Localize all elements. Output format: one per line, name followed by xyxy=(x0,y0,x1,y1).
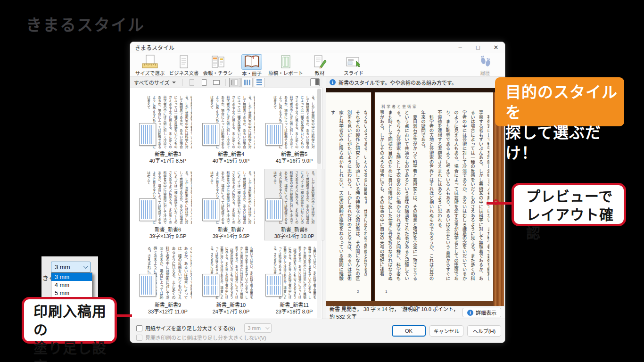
option-4mm[interactable]: 4 mm xyxy=(51,281,92,289)
style-item-shinsho8-selected[interactable]: 芸術家にして科学を理解し愛好する人も無いではない。また科学者で芸術を鑑賞し享楽す… xyxy=(264,169,324,240)
close-button[interactable]: ✕ xyxy=(487,42,505,53)
style-spec: 41字×16行 9.0P xyxy=(264,156,324,164)
style-info-bar: i 新書のスタイルです。やや余裕のある組み方です。 xyxy=(326,77,505,88)
toolbar-item-book-booklet[interactable]: 本・冊子 xyxy=(235,54,269,76)
page-layout-icon xyxy=(202,123,219,146)
toolbar-item-size-select[interactable]: サイズで選ぶ xyxy=(133,54,167,76)
bleed-enlarge-label: 用紙サイズを塗り足し分大きくする(S) xyxy=(145,324,235,332)
style-item-shinsho4[interactable]: 芸術家にして科学を理解し愛好する人も無いではない。また科学者で芸術を鑑賞し享楽す… xyxy=(201,93,261,165)
chevron-down-icon xyxy=(83,264,88,269)
bleed-size-dropdown[interactable]: 3 mm xyxy=(244,323,272,333)
bleed-size-combo[interactable]: 3 mm xyxy=(51,262,91,272)
minimize-button[interactable]: – xyxy=(451,42,469,53)
toolbar-item-slide[interactable]: スライド xyxy=(337,54,371,76)
bleed-enlarge-checkbox[interactable] xyxy=(136,325,142,331)
toolbar-label: 履歴 xyxy=(480,69,490,76)
style-spec: 39字×13行 9.5P xyxy=(138,232,198,239)
ruler-page-icon xyxy=(140,54,160,69)
style-item-shinsho10[interactable]: 芸術家にして科学を理解し愛好する人も無いではない。また科学者で芸術を鑑賞し享楽す… xyxy=(201,244,261,316)
option-3mm[interactable]: 3 mm xyxy=(51,273,92,281)
toolbar-label: 原稿・レポート xyxy=(268,69,303,76)
style-spec: 23字×18行 8.0P xyxy=(264,307,324,315)
style-spec: 40字×17行 8.5P xyxy=(138,156,198,164)
page-layout-icon xyxy=(139,274,156,296)
footsteps-icon xyxy=(475,54,495,69)
preview-callout-connector xyxy=(487,202,512,205)
detail-view-button[interactable]: i 詳細表示 xyxy=(462,308,501,317)
ok-button[interactable]: OK xyxy=(392,325,426,337)
toolbar-item-business-doc[interactable]: ビジネス文書 xyxy=(167,54,201,76)
right-page-text: 芸術家にして科学を理解し愛好する人も無いではない。また科学者で芸術を鑑賞し享楽す… xyxy=(378,110,489,282)
preview-pane: して、いつのまにかそれが仕事であるという事を忘れ、無我の境に入りうる機会も少なく… xyxy=(326,88,505,306)
style-item-shinsho9[interactable]: 芸術家にして科学を理解し愛好する人も無いではない。また科学者で芸術を鑑賞し享楽す… xyxy=(138,244,198,316)
page-layout-icon-two-column xyxy=(265,274,282,296)
style-summary: 新書 見開き， 38 字 × 14 行， “游明朝” 10.0 ポイント， 約 … xyxy=(330,305,462,320)
toolbar-item-manuscript-report[interactable]: 原稿・レポート xyxy=(269,54,303,76)
landscape-filter-button[interactable] xyxy=(211,78,222,87)
maximize-button[interactable]: □ xyxy=(469,42,487,53)
info-icon: i xyxy=(467,310,473,316)
page-layout-icon xyxy=(202,198,219,221)
view-horizontal-rows-button[interactable] xyxy=(254,78,265,87)
style-spec: 38字×14行 10.0P xyxy=(264,232,324,239)
cancel-button[interactable]: キャンセル xyxy=(429,325,463,337)
callout-pick-style: 目的のスタイルを 探して選ぶだけ！ xyxy=(495,77,624,126)
style-spec: 39字×14行 9.5P xyxy=(201,232,261,239)
toolbar-item-teaching-material[interactable]: 教材 xyxy=(303,54,337,76)
preview-right-page: 科学者と芸術家 芸術家にして科学を理解し愛好する人も無いではない。また科学者で芸… xyxy=(375,92,493,301)
horizontal-bars-icon xyxy=(256,79,262,85)
chevron-down-icon xyxy=(266,325,270,329)
document-icon xyxy=(173,54,194,69)
style-item-shinsho11[interactable]: 芸術家にして科学を理解し愛好する人も無いではない。また科学者で芸術を鑑賞し享楽す… xyxy=(264,244,324,316)
bottom-options-panel: 用紙サイズを塗り足し分大きくする(S) 3 mm 見開き印刷のとじ側は塗り足し分… xyxy=(130,319,505,343)
new-page-icon xyxy=(190,79,194,86)
page-layout-icon xyxy=(139,198,156,221)
info-icon: i xyxy=(330,79,336,85)
page-layout-icon xyxy=(265,123,282,146)
style-item-shinsho5[interactable]: 芸術家にして科学を理解し愛好する人も無いではない。また科学者で芸術を鑑賞し享楽す… xyxy=(264,93,324,165)
app-window: きまるスタイル – □ ✕ サイズで選ぶ xyxy=(130,41,505,343)
titlebar: きまるスタイル – □ ✕ xyxy=(130,42,505,53)
preview-status-bar: 新書 見開き， 38 字 × 14 行， “游明朝” 10.0 ポイント， 約 … xyxy=(326,306,505,319)
style-description: 新書のスタイルです。やや余裕のある組み方です。 xyxy=(339,79,457,86)
book-spine xyxy=(371,92,375,301)
option-5mm[interactable]: 5 mm xyxy=(51,289,92,297)
style-spec: 40字×15行 9.0P xyxy=(201,156,261,164)
portrait-page-icon xyxy=(202,79,206,86)
panel-toggle-button[interactable] xyxy=(310,78,320,86)
style-item-shinsho7[interactable]: 芸術家にして科学を理解し愛好する人も無いではない。また科学者で芸術を鑑賞し享楽す… xyxy=(201,169,261,240)
spread-binding-checkbox[interactable] xyxy=(136,335,142,341)
toolbar-item-newsletter-flyer[interactable]: 会報・チラシ xyxy=(201,54,235,76)
size-filter-label: すべてのサイズ xyxy=(134,79,169,86)
page-layout-icon xyxy=(265,198,282,221)
view-vertical-columns-button[interactable] xyxy=(241,78,253,87)
page-pencil-icon xyxy=(309,54,330,69)
bleed-callout-connector xyxy=(116,314,132,317)
style-item-shinsho6[interactable]: 芸術家にして科学を理解し愛好する人も無いではない。また科学者で芸術を鑑賞し享楽す… xyxy=(138,169,198,240)
book-spread-icon xyxy=(231,80,238,85)
list-toolbar: すべてのサイズ xyxy=(130,77,322,88)
view-book-spread-button[interactable] xyxy=(229,78,240,87)
new-page-button[interactable] xyxy=(186,78,198,87)
dropdown-inset-screenshot: きくし 3 mm 3 mm 4 mm 5 mm xyxy=(41,256,98,297)
styles-scrollbar[interactable] xyxy=(317,89,322,318)
style-item-shinsho3[interactable]: 芸術家にして科学を理解し愛好する人も無いではない。また科学者で芸術を鑑賞し享楽す… xyxy=(138,93,198,165)
portrait-filter-button[interactable] xyxy=(198,78,210,87)
bleed-size-option-list: 3 mm 4 mm 5 mm xyxy=(51,272,92,297)
style-spec: 24字×17行 8.0P xyxy=(201,307,261,315)
help-button[interactable]: ヘルプ(H) xyxy=(467,325,501,337)
slide-cursor-icon xyxy=(343,54,364,69)
page-title: きまるスタイル xyxy=(26,12,145,35)
size-filter-dropdown[interactable]: すべてのサイズ xyxy=(130,77,180,88)
running-head: 科学者と芸術家 xyxy=(381,104,418,109)
landscape-page-icon xyxy=(213,80,220,85)
style-spec: 33字×12行 11.0P xyxy=(138,307,198,315)
spread-binding-label: 見開き印刷のとじ側は塗り足し分を大きくしない(V) xyxy=(145,334,266,341)
category-toolbar: サイズで選ぶ ビジネス文書 xyxy=(130,53,505,77)
preview-left-page: して、いつのまにかそれが仕事であるという事を忘れ、無我の境に入りうる機会も少なく… xyxy=(326,92,371,301)
left-page-text: して、いつのまにかそれが仕事であるという事を忘れ、無我の境に入りうる機会も少なく… xyxy=(329,110,367,282)
toolbar-item-history[interactable]: 履歴 xyxy=(468,54,502,76)
vertical-bars-icon xyxy=(244,80,250,85)
page-layout-icon-two-column xyxy=(202,274,219,296)
scrollbar-thumb[interactable] xyxy=(317,89,321,164)
